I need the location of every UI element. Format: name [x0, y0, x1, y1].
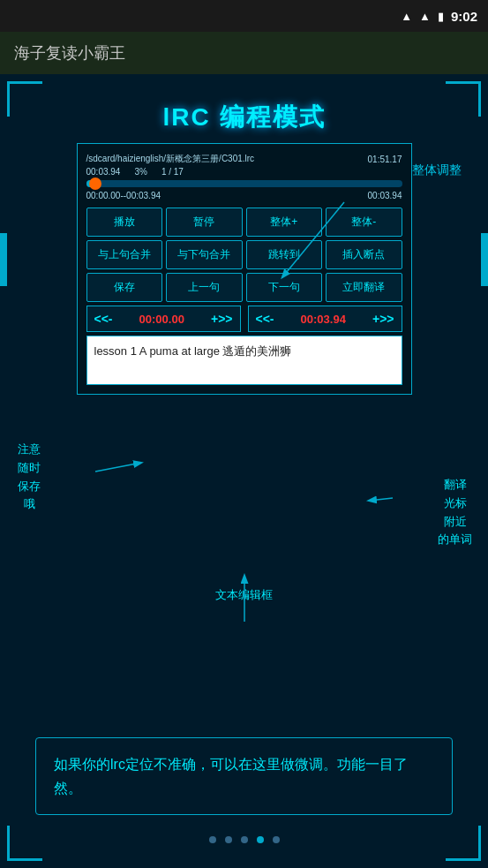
time-elapsed: 00:03.94 — [86, 167, 121, 177]
file-path: /sdcard/haizienglish/新概念第三册/C301.lrc — [86, 153, 255, 165]
page-dot-1[interactable] — [209, 836, 216, 843]
time-ctrl-left: <<- 00:00.00 +>> — [86, 306, 241, 332]
corner-br — [446, 826, 481, 861]
time-right-plus[interactable]: +>> — [365, 306, 402, 331]
text-edit-content: lesson 1 A puma at large 逃遁的美洲狮 — [94, 344, 292, 358]
app-title: 海子复读小霸王 — [14, 42, 125, 64]
btn-pause[interactable]: 暂停 — [166, 208, 243, 237]
button-row-2: 与上句合并 与下句合并 跳转到 插入断点 — [86, 240, 402, 269]
btn-play[interactable]: 播放 — [86, 208, 163, 237]
page-dot-2[interactable] — [225, 836, 232, 843]
time-right-value: 00:03.94 — [282, 313, 365, 326]
btn-insert-break[interactable]: 插入断点 — [326, 240, 402, 269]
annotation-left: 注意 随时 保存 哦 — [18, 441, 41, 514]
time-left-value: 00:00.00 — [120, 313, 204, 326]
time-right-minus[interactable]: <<- — [249, 306, 282, 331]
signal-icon: ▲ — [419, 10, 431, 23]
btn-next-line[interactable]: 下一句 — [246, 273, 323, 302]
time-range-row: 00:00.00--00:03.94 00:03.94 — [86, 191, 402, 200]
corner-tr — [446, 81, 481, 117]
button-row-3: 保存 上一句 下一句 立即翻译 — [86, 273, 402, 302]
bottom-info-text: 如果你的lrc定位不准确，可以在这里做微调。功能一目了然。 — [54, 752, 434, 800]
time-left-minus[interactable]: <<- — [87, 306, 120, 331]
page-dot-5[interactable] — [273, 836, 280, 843]
status-time: 9:02 — [451, 9, 477, 24]
progress-fill — [86, 180, 96, 187]
btn-jump[interactable]: 跳转到 — [246, 240, 323, 269]
corner-tl — [7, 81, 42, 117]
svg-line-1 — [95, 463, 141, 472]
progress-thumb — [89, 177, 101, 190]
bottom-info-panel: 如果你的lrc定位不准确，可以在这里做微调。功能一目了然。 — [35, 737, 453, 815]
main-panel: /sdcard/haizienglish/新概念第三册/C301.lrc 01:… — [77, 143, 412, 395]
total-time: 01:51.17 — [368, 155, 402, 164]
page-title: lRC 编程模式 — [163, 101, 326, 134]
progress-info-row: 00:03.94 3% 1 / 17 — [86, 167, 402, 177]
track-num: 1 / 17 — [161, 167, 184, 177]
page-dots — [209, 836, 280, 843]
btn-save[interactable]: 保存 — [86, 273, 163, 302]
text-edit-box[interactable]: lesson 1 A puma at large 逃遁的美洲狮 — [86, 336, 402, 385]
main-content: lRC 编程模式 对lrc整体调整 /sdcard/haizienglish/新… — [0, 74, 488, 868]
time-ctrl-right: <<- 00:03.94 +>> — [248, 306, 402, 332]
time-range-end: 00:03.94 — [368, 191, 402, 200]
title-bar: 海子复读小霸王 — [0, 32, 488, 74]
side-deco-right — [481, 233, 488, 286]
btn-merge-next[interactable]: 与下句合并 — [166, 240, 243, 269]
btn-prev-line[interactable]: 上一句 — [166, 273, 243, 302]
file-path-row: /sdcard/haizienglish/新概念第三册/C301.lrc 01:… — [86, 153, 402, 165]
side-deco-left — [0, 233, 7, 286]
battery-icon: ▮ — [438, 10, 444, 23]
progress-pct: 3% — [134, 167, 146, 177]
svg-line-2 — [369, 498, 393, 501]
btn-whole-plus[interactable]: 整体+ — [246, 208, 323, 237]
button-row-1: 播放 暂停 整体+ 整体- — [86, 208, 402, 237]
time-range-start: 00:00.00--00:03.94 — [86, 191, 161, 200]
corner-bl — [7, 826, 42, 861]
progress-bar[interactable] — [86, 180, 402, 187]
btn-whole-minus[interactable]: 整体- — [326, 208, 402, 237]
btn-translate-now[interactable]: 立即翻译 — [326, 273, 402, 302]
time-left-plus[interactable]: +>> — [204, 306, 240, 331]
wifi-icon: ▲ — [401, 10, 412, 23]
btn-merge-prev[interactable]: 与上句合并 — [86, 240, 163, 269]
page-dot-4[interactable] — [257, 836, 264, 843]
status-bar: ▲ ▲ ▮ 9:02 — [0, 0, 488, 32]
page-dot-3[interactable] — [241, 836, 248, 843]
annotation-text-box: 文本编辑框 — [215, 587, 273, 603]
annotation-right: 翻译 光标 附近 的单词 — [438, 476, 472, 549]
time-controls: <<- 00:00.00 +>> <<- 00:03.94 +>> — [86, 306, 402, 332]
